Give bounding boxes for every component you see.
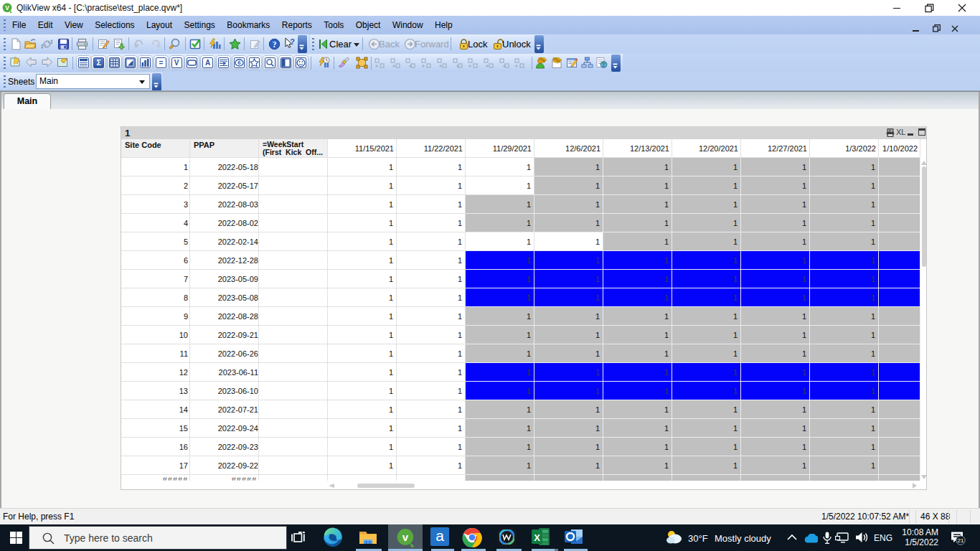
svg-text:?: ? xyxy=(290,37,295,46)
svg-text:v: v xyxy=(402,531,409,543)
svg-text:?: ? xyxy=(273,40,277,49)
svg-text:6: 6 xyxy=(237,60,241,66)
svg-text:V: V xyxy=(5,4,9,11)
svg-text:21: 21 xyxy=(958,537,964,544)
svg-text:X: X xyxy=(534,532,540,543)
